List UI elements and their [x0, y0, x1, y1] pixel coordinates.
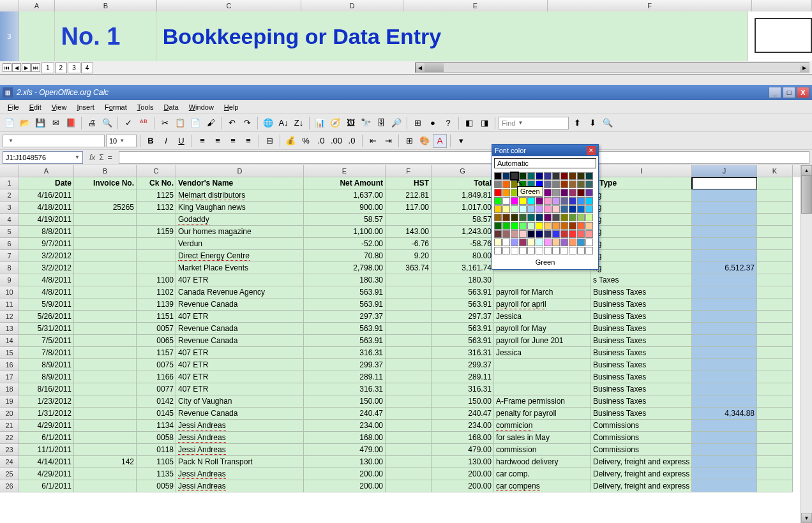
cell-E21[interactable]: 234.00	[304, 420, 386, 432]
cell-C17[interactable]: 1166	[137, 371, 176, 383]
color-swatch[interactable]	[527, 205, 535, 213]
color-swatch[interactable]	[494, 197, 502, 205]
color-swatch[interactable]	[527, 172, 535, 180]
cell-J15[interactable]	[692, 347, 757, 359]
cell-K14[interactable]	[757, 335, 793, 347]
color-swatch[interactable]	[544, 197, 552, 205]
menu-window[interactable]: Window	[185, 102, 218, 112]
cell-A6[interactable]: 9/7/2011	[19, 238, 74, 250]
color-swatch[interactable]	[552, 180, 560, 188]
cell-K16[interactable]	[757, 359, 793, 371]
cell-F5[interactable]: 143.00	[386, 226, 432, 238]
color-swatch[interactable]	[560, 247, 568, 254]
cell-G2[interactable]: 1,849.81	[432, 189, 494, 202]
cell-F8[interactable]: 363.74	[386, 262, 432, 274]
cell-J25[interactable]	[692, 468, 757, 480]
color-swatch[interactable]	[577, 205, 585, 213]
select-all-corner[interactable]	[0, 165, 19, 177]
paste-icon[interactable]: 📄	[188, 116, 202, 130]
color-swatch[interactable]	[519, 239, 527, 246]
row-header-19[interactable]: 19	[0, 395, 19, 408]
cell-B22[interactable]	[74, 432, 137, 444]
header-cell-C[interactable]: Ck No.	[137, 177, 176, 189]
cell-B24[interactable]: 142	[74, 456, 137, 468]
cell-A18[interactable]: 8/16/2011	[19, 383, 74, 395]
color-swatch[interactable]	[502, 189, 510, 196]
chart-icon[interactable]: 📊	[313, 116, 327, 130]
cell-D12[interactable]: 407 ETR	[176, 311, 304, 323]
cell-G24[interactable]: 130.00	[432, 456, 494, 468]
cell-K24[interactable]	[757, 456, 793, 468]
tab-next-icon[interactable]: ▶	[22, 63, 31, 72]
top-col-C[interactable]: C	[157, 0, 301, 11]
cell-F14[interactable]	[386, 335, 432, 347]
color-swatch[interactable]	[536, 239, 543, 246]
color-swatch[interactable]	[569, 189, 576, 196]
color-swatch[interactable]	[552, 230, 560, 238]
color-swatch[interactable]	[569, 239, 576, 246]
col-header-D[interactable]: D	[176, 165, 304, 177]
cell-A8[interactable]: 3/2/2012	[19, 262, 74, 274]
row-header-2[interactable]: 2	[0, 189, 19, 202]
cell-K17[interactable]	[757, 371, 793, 383]
color-swatch[interactable]	[502, 172, 510, 180]
cell-J20[interactable]: 4,344.88	[692, 408, 757, 420]
cell-D14[interactable]: Revenue Canada	[176, 335, 304, 347]
format-paint-icon[interactable]: 🖌	[204, 116, 218, 130]
cell-E10[interactable]: 563.91	[304, 286, 386, 298]
cell-J12[interactable]	[692, 311, 757, 323]
cell-E18[interactable]: 316.31	[304, 383, 386, 395]
cell-H19[interactable]: A-Frame permission	[494, 395, 591, 408]
cell-A22[interactable]: 6/1/2011	[19, 432, 74, 444]
cell-I8[interactable]: ng	[591, 262, 692, 274]
cell-H23[interactable]: commission	[494, 444, 591, 456]
cell-K21[interactable]	[757, 420, 793, 432]
cell-D3[interactable]: King Vaughan news	[176, 202, 304, 214]
hscroll-left-icon[interactable]: ◀	[416, 63, 425, 72]
cell-E17[interactable]: 289.11	[304, 371, 386, 383]
cell-G14[interactable]: 563.91	[432, 335, 494, 347]
color-swatch[interactable]	[536, 214, 543, 221]
color-swatch[interactable]	[552, 222, 560, 230]
cell-E20[interactable]: 240.47	[304, 408, 386, 420]
justify-icon[interactable]: ≡	[241, 134, 255, 148]
cell-F23[interactable]	[386, 444, 432, 456]
sort-asc-icon[interactable]: A↓	[276, 116, 290, 130]
top-col-B[interactable]: B	[55, 0, 157, 11]
color-swatch[interactable]	[577, 214, 585, 221]
cell-B5[interactable]	[74, 226, 137, 238]
color-swatch[interactable]	[544, 247, 552, 254]
cell-F15[interactable]	[386, 347, 432, 359]
color-swatch[interactable]	[585, 172, 593, 180]
cell-C6[interactable]	[137, 238, 176, 250]
cell-J5[interactable]	[692, 226, 757, 238]
cell-J22[interactable]	[692, 432, 757, 444]
color-swatch[interactable]	[585, 180, 593, 188]
color-swatch[interactable]	[502, 222, 510, 230]
cell-B18[interactable]	[74, 383, 137, 395]
cell-F20[interactable]	[386, 408, 432, 420]
color-swatch[interactable]	[544, 239, 552, 246]
col-header-F[interactable]: F	[386, 165, 432, 177]
autocheck-icon[interactable]: ᴬᴮ	[137, 116, 151, 130]
cell-K13[interactable]	[757, 323, 793, 335]
cell-A17[interactable]: 8/9/2011	[19, 371, 74, 383]
cell-J13[interactable]	[692, 323, 757, 335]
cell-B2[interactable]	[74, 189, 137, 202]
print-icon[interactable]: 🖨	[85, 116, 99, 130]
row-header-18[interactable]: 18	[0, 383, 19, 395]
help-icon[interactable]: ?	[441, 116, 455, 130]
menu-data[interactable]: Data	[160, 102, 182, 112]
cell-C19[interactable]: 0142	[137, 395, 176, 408]
color-swatch[interactable]	[577, 239, 585, 246]
color-swatch[interactable]	[511, 230, 518, 238]
color-swatch[interactable]	[569, 197, 576, 205]
cell-E19[interactable]: 150.00	[304, 395, 386, 408]
sheet-tab-3[interactable]: 3	[68, 63, 80, 73]
cell-F24[interactable]	[386, 456, 432, 468]
color-swatch[interactable]	[527, 214, 535, 221]
cell-C13[interactable]: 0057	[137, 323, 176, 335]
cell-K22[interactable]	[757, 432, 793, 444]
cell-K3[interactable]	[757, 202, 793, 214]
cell-I3[interactable]: ng	[591, 202, 692, 214]
